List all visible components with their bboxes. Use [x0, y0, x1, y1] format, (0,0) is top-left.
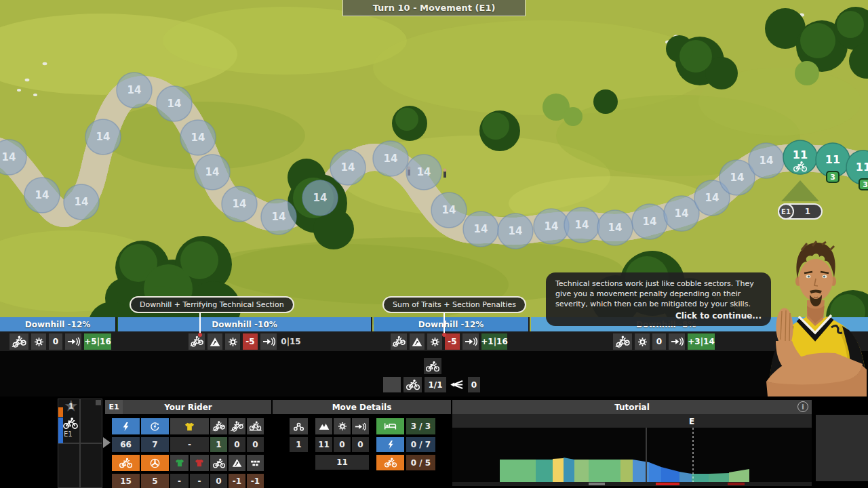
- technical-skill-icon: [229, 455, 245, 471]
- route-space-label: 14: [730, 171, 745, 184]
- section-label: Downhill -10%: [212, 320, 277, 329]
- route-space-label: 14: [575, 219, 589, 231]
- section-bar-3[interactable]: Downhill -12%: [374, 317, 530, 331]
- elevation-segment: [620, 460, 633, 482]
- route-space-label: 14: [474, 223, 488, 235]
- rider-stack-pill[interactable]: E1 1: [778, 203, 823, 220]
- callout-label: Downhill + Terrifying Technical Section: [140, 300, 284, 309]
- energy-icon: [376, 437, 404, 452]
- finish-space-label: 11: [793, 148, 808, 161]
- route-space-label: 14: [643, 216, 657, 228]
- stage-marker-strip: E: [452, 414, 812, 428]
- route-space-label: 14: [233, 198, 247, 210]
- movement-arrow-icon: [260, 333, 277, 350]
- section-result-value: +1|16: [481, 333, 507, 350]
- recovery-value: 7: [141, 437, 169, 452]
- elevation-segment: [692, 474, 709, 482]
- green-jersey-icon: [170, 455, 189, 471]
- rider-stack-count: 1: [794, 207, 821, 216]
- route-space-label: 14: [96, 131, 111, 143]
- tutorial-popup[interactable]: Technical sections work just like cobble…: [546, 272, 771, 326]
- moves-counter: 1/1: [425, 377, 446, 392]
- move-slot-empty[interactable]: [383, 377, 401, 392]
- cobbles-skill-value: -1: [247, 474, 264, 488]
- energy-icon: [112, 418, 140, 434]
- turn-order-cell-empty[interactable]: [58, 443, 80, 488]
- elevation-segment: [500, 460, 536, 482]
- red-jersey-icon: [190, 455, 209, 471]
- section-2-traits: -5 0|15: [189, 333, 302, 350]
- energy-counter: 0 / 7: [406, 437, 435, 452]
- turn-order-cell-empty[interactable]: [80, 399, 102, 443]
- descent-skill-value: 1: [210, 437, 227, 452]
- turn-banner-label: Turn 10 - Movement (E1): [373, 3, 496, 13]
- tutorial-header: Tutorial i: [452, 400, 812, 414]
- recovery-icon: [141, 418, 169, 434]
- downhill-bike-icon: [9, 333, 28, 350]
- wheel-icon: [141, 455, 169, 471]
- rest-icon: [376, 418, 404, 434]
- elevation-segment: [649, 462, 661, 482]
- sector-marker: [728, 483, 745, 485]
- section-penalty-value: 0: [652, 333, 666, 350]
- rider-id-label: E1: [64, 430, 73, 438]
- route-space-label: 14: [35, 189, 50, 201]
- bonus-badge-label: 3: [863, 180, 868, 189]
- move-total-value: 11: [315, 455, 369, 470]
- elevation-segment: [589, 460, 620, 482]
- climb-skill-value: 0: [229, 437, 245, 452]
- info-icon[interactable]: i: [797, 401, 808, 412]
- your-rider-title: Your Rider: [164, 403, 212, 412]
- section-penalty-value: 0: [49, 333, 62, 350]
- route-space-label: 14: [442, 204, 456, 216]
- turn-order-cell-empty[interactable]: [80, 443, 102, 488]
- callout-label: Sum of Traits + Section Penalties: [393, 300, 516, 309]
- downhill-bike-icon: [189, 333, 205, 350]
- section-result-value: +5|16: [84, 333, 111, 350]
- tutorial-popup-text: Technical sections work just like cobble…: [555, 279, 762, 310]
- route-space-label: 14: [75, 196, 89, 208]
- movement-arrow-icon: [352, 418, 369, 434]
- sprint-icon: [112, 455, 140, 471]
- route-space-label: 14: [272, 211, 286, 223]
- gear-icon: [427, 333, 442, 350]
- rest-counter: 3 / 3: [406, 418, 435, 434]
- section-4-traits: 0 +3|14: [613, 333, 715, 350]
- callout-connector-dot: [198, 333, 202, 337]
- cell-corner-mark: [96, 400, 101, 405]
- bottom-hud: ★ 1 E1 E1 Your Rider: [0, 396, 868, 488]
- route-space-label: 14: [313, 192, 328, 204]
- descent-skill-icon: [210, 418, 227, 434]
- draft-value: 0: [352, 437, 369, 452]
- route-space-label: 14: [509, 225, 523, 237]
- route-space-label: 14: [205, 166, 220, 178]
- wheel-value: 5: [141, 474, 169, 488]
- technical-skill-value: -1: [229, 474, 245, 488]
- movement-arrow-icon: [669, 333, 685, 350]
- route-space-label: 14: [545, 220, 559, 232]
- section-penalty-value: -5: [243, 333, 258, 350]
- red-jersey-value: -: [190, 474, 209, 488]
- callout-connector-line: [443, 312, 445, 335]
- sector-marker: [589, 483, 605, 485]
- draft-icon: [449, 379, 464, 393]
- bonus-badge-label: 3: [830, 173, 835, 182]
- climb-skill-icon: [229, 418, 245, 434]
- turn-order-cell-active[interactable]: ★ 1 E1: [58, 399, 80, 443]
- route-space-label: 14: [760, 155, 774, 167]
- move-slot-bike[interactable]: [403, 377, 422, 392]
- your-rider-header: E1 Your Rider: [105, 400, 271, 414]
- bike-icon: [406, 379, 420, 390]
- tutorial-popup-cta[interactable]: Click to continue...: [555, 310, 762, 322]
- route-space-label: 14: [705, 192, 719, 204]
- elevation-segment: [564, 458, 574, 482]
- route-spaces-icon: [290, 418, 308, 434]
- rank-value: 1: [68, 402, 74, 411]
- route-space-label: 14: [675, 207, 689, 220]
- yellow-jersey-icon: [170, 418, 209, 434]
- section-bar-2[interactable]: Downhill -10%: [118, 317, 372, 331]
- gear-icon: [225, 333, 240, 350]
- move-details-panel: Move Details 1 11 0 0 11 3 / 3 0 / 7 0 /…: [273, 400, 451, 488]
- sprint-counter: 0 / 5: [406, 455, 435, 470]
- section-bar-1[interactable]: Downhill -12%: [0, 317, 117, 331]
